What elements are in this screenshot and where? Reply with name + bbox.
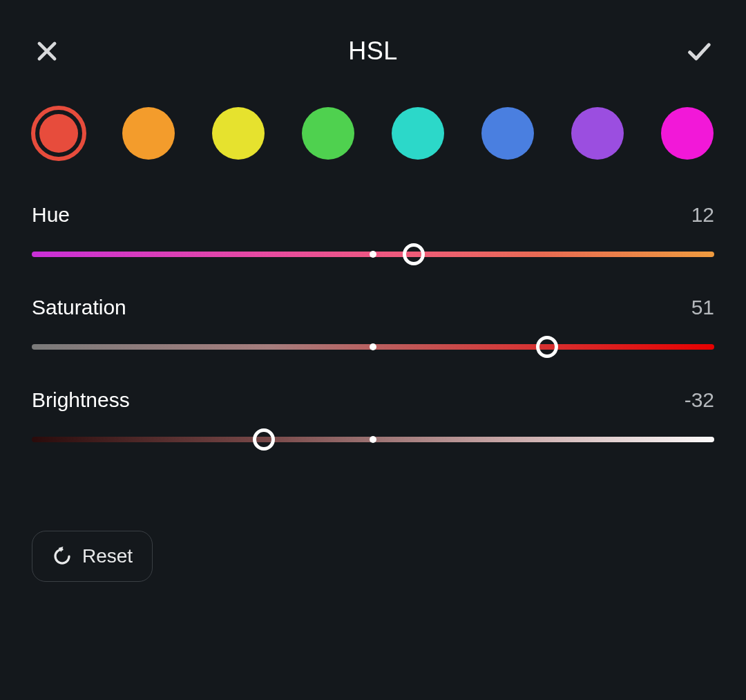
saturation-label: Saturation <box>32 296 126 319</box>
color-swatch-row <box>32 100 714 203</box>
reset-label: Reset <box>82 545 133 567</box>
color-swatch-red[interactable] <box>32 106 86 160</box>
brightness-value: -32 <box>685 388 714 412</box>
hue-label: Hue <box>32 203 70 227</box>
hue-slider[interactable] <box>32 252 714 257</box>
color-swatch-green[interactable] <box>301 106 355 160</box>
swatch-dot <box>392 107 444 160</box>
reset-button[interactable]: Reset <box>32 531 153 582</box>
confirm-button[interactable] <box>684 36 714 66</box>
header: HSL <box>32 0 714 100</box>
brightness-thumb[interactable] <box>253 428 275 451</box>
check-icon <box>684 37 714 65</box>
swatch-dot <box>661 107 714 160</box>
hue-thumb[interactable] <box>403 243 425 265</box>
slider-center-dot <box>370 436 376 443</box>
brightness-label: Brightness <box>32 388 130 412</box>
close-icon <box>34 38 60 64</box>
swatch-dot <box>39 114 78 153</box>
close-button[interactable] <box>32 36 62 66</box>
saturation-value: 51 <box>691 296 714 319</box>
color-swatch-yellow[interactable] <box>211 106 265 160</box>
color-swatch-cyan[interactable] <box>391 106 445 160</box>
color-swatch-orange[interactable] <box>122 106 175 160</box>
slider-center-dot <box>370 343 376 350</box>
saturation-slider-group: Saturation 51 <box>32 296 714 350</box>
color-swatch-purple[interactable] <box>571 106 624 160</box>
panel-title: HSL <box>348 37 398 66</box>
swatch-dot <box>122 107 175 160</box>
color-swatch-magenta[interactable] <box>660 106 714 160</box>
saturation-slider[interactable] <box>32 344 714 350</box>
swatch-dot <box>302 107 354 160</box>
slider-center-dot <box>370 251 376 258</box>
hsl-panel: HSL Hue 12 Saturation 51 Brigh <box>0 0 746 700</box>
swatch-dot <box>571 107 624 160</box>
hue-slider-group: Hue 12 <box>32 203 714 257</box>
saturation-thumb[interactable] <box>536 336 558 358</box>
brightness-slider-group: Brightness -32 <box>32 388 714 442</box>
color-swatch-blue[interactable] <box>481 106 535 160</box>
hue-value: 12 <box>691 203 714 227</box>
brightness-slider[interactable] <box>32 437 714 442</box>
swatch-dot <box>212 107 265 160</box>
swatch-dot <box>481 107 534 160</box>
reset-icon <box>52 546 73 567</box>
